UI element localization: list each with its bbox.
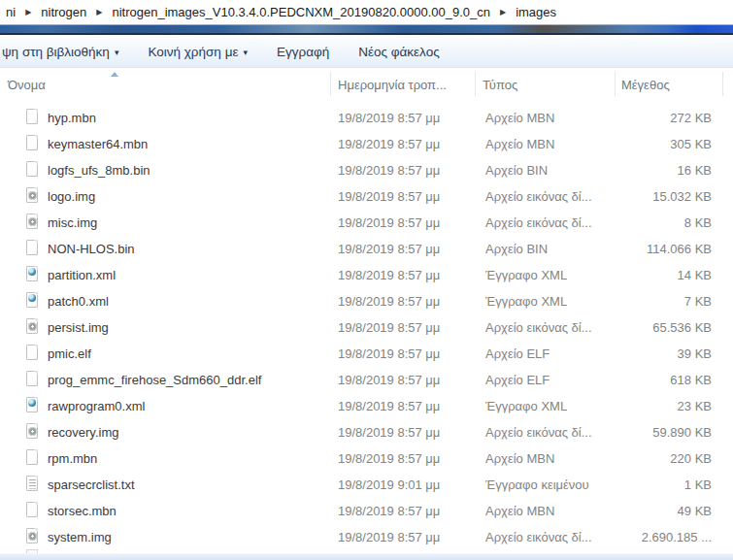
file-name: sparsecrclist.txt (48, 477, 135, 491)
file-name: system.img (48, 529, 112, 544)
generic-file-icon (24, 449, 40, 465)
file-date-modified: 19/8/2019 8:57 μμ (338, 162, 440, 177)
column-header-date-modified[interactable]: Ημερομηνία τροπ... (338, 78, 447, 92)
file-size: 7 KB (684, 293, 712, 308)
file-size: 272 KB (670, 110, 712, 124)
column-header-type[interactable]: Τύπος (483, 78, 517, 92)
text-document-icon (24, 476, 40, 491)
breadcrumb-segment[interactable]: images (512, 3, 560, 21)
table-row[interactable]: logfs_ufs_8mb.bin 19/8/2019 8:57 μμ Αρχε… (0, 156, 733, 182)
table-row[interactable]: rawprogram0.xml 19/8/2019 8:57 μμ Έγγραφ… (0, 392, 733, 418)
table-row[interactable]: sparsecrclist.txt 19/8/2019 9:01 μμ Έγγρ… (0, 471, 733, 497)
disc-image-file-icon (24, 187, 40, 203)
file-name: rpm.mbn (48, 450, 97, 465)
file-name: logo.img (48, 188, 95, 203)
file-type: Αρχείο εικόνας δί... (485, 214, 592, 229)
file-name: patch0.xml (48, 293, 109, 308)
toolbar-button-label: Νέος φάκελος (358, 45, 439, 59)
breadcrumb-segment[interactable]: ni (2, 3, 19, 21)
file-name: logfs_ufs_8mb.bin (48, 162, 150, 177)
toolbar: ψη στη βιβλιοθήκη ▾ Κοινή χρήση με ▾ Εγγ… (0, 37, 733, 68)
file-type: Αρχείο ELF (485, 346, 550, 360)
file-size: 59.890 KB (652, 424, 712, 439)
disc-image-file-icon (24, 423, 40, 439)
file-name: partition.xml (48, 267, 116, 281)
file-name: hyp.mbn (48, 110, 96, 124)
file-size: 23 KB (678, 398, 712, 412)
toolbar-button-add-to-library[interactable]: ψη στη βιβλιοθήκη ▾ (0, 41, 120, 63)
file-date-modified: 19/8/2019 8:57 μμ (338, 267, 440, 281)
file-type: Αρχείο εικόνας δί... (485, 319, 592, 334)
file-type: Αρχείο MBN (485, 136, 554, 150)
breadcrumb: ni ▶ nitrogen ▶ nitrogen_images_V10.3.4.… (0, 0, 733, 24)
generic-file-icon (24, 371, 40, 386)
generic-file-icon (24, 502, 40, 517)
file-date-modified: 19/8/2019 8:57 μμ (338, 136, 440, 150)
breadcrumb-segment[interactable]: nitrogen (37, 3, 90, 21)
file-type: Αρχείο εικόνας δί... (485, 424, 592, 439)
column-resize-handle[interactable] (615, 72, 616, 96)
file-name: misc.img (48, 214, 97, 229)
file-size: 220 KB (670, 450, 712, 465)
file-name: pmic.elf (48, 346, 91, 360)
toolbar-button-share-with[interactable]: Κοινή χρήση με ▾ (146, 41, 250, 63)
column-header-size[interactable]: Μέγεθος (621, 78, 670, 92)
file-date-modified: 19/8/2019 8:57 μμ (338, 503, 440, 517)
column-resize-handle[interactable] (330, 72, 331, 96)
column-resize-handle[interactable] (475, 72, 476, 96)
table-row[interactable]: NON-HLOS.bin 19/8/2019 8:57 μμ Αρχείο BI… (0, 235, 733, 261)
toolbar-button-burn[interactable]: Εγγραφή ▾ (275, 41, 331, 63)
file-date-modified: 19/8/2019 8:57 μμ (338, 372, 440, 386)
file-type: Αρχείο BIN (485, 241, 548, 255)
file-type: Αρχείο BIN (485, 162, 548, 177)
table-row[interactable]: persist.img 19/8/2019 8:57 μμ Αρχείο εικ… (0, 313, 733, 340)
explorer-window: ni ▶ nitrogen ▶ nitrogen_images_V10.3.4.… (0, 0, 733, 560)
disc-image-file-icon (24, 528, 40, 544)
file-date-modified: 19/8/2019 8:57 μμ (338, 188, 440, 203)
table-row[interactable]: recovery.img 19/8/2019 8:57 μμ Αρχείο ει… (0, 418, 733, 445)
xml-document-icon (24, 292, 40, 308)
table-row[interactable]: rpm.mbn 19/8/2019 8:57 μμ Αρχείο MBN 220… (0, 445, 733, 471)
file-type: Έγγραφο κειμένου (485, 477, 589, 491)
file-date-modified: 19/8/2019 8:57 μμ (338, 450, 440, 465)
window-glass-strip (0, 24, 733, 35)
chevron-right-icon: ▶ (494, 8, 512, 16)
file-type: Αρχείο MBN (485, 503, 554, 517)
table-row[interactable]: misc.img 19/8/2019 8:57 μμ Αρχείο εικόνα… (0, 209, 733, 235)
file-type: Αρχείο ELF (485, 372, 550, 386)
file-size: 1 KB (684, 477, 712, 491)
table-row[interactable]: patch0.xml 19/8/2019 8:57 μμ Έγγραφο XML… (0, 287, 733, 313)
column-header-name[interactable]: Όνομα (8, 78, 46, 92)
file-size: 49 KB (678, 503, 712, 517)
file-date-modified: 19/8/2019 8:57 μμ (338, 319, 440, 334)
table-row[interactable]: pmic.elf 19/8/2019 8:57 μμ Αρχείο ELF 39… (0, 340, 733, 366)
file-list: hyp.mbn 19/8/2019 8:57 μμ Αρχείο MBN 272… (0, 104, 733, 549)
table-row[interactable]: logo.img 19/8/2019 8:57 μμ Αρχείο εικόνα… (0, 182, 733, 209)
disc-image-file-icon (24, 318, 40, 334)
file-type: Αρχείο εικόνας δί... (485, 188, 592, 203)
file-size: 16 KB (678, 162, 712, 177)
table-row[interactable]: partition.xml 19/8/2019 8:57 μμ Έγγραφο … (0, 261, 733, 287)
table-row[interactable]: prog_emmc_firehose_Sdm660_ddr.elf 19/8/2… (0, 366, 733, 392)
table-row[interactable]: system.img 19/8/2019 8:57 μμ Αρχείο εικό… (0, 523, 733, 549)
sort-ascending-icon (111, 72, 118, 77)
generic-file-icon (24, 161, 40, 177)
file-date-modified: 19/8/2019 8:57 μμ (338, 293, 440, 308)
table-row[interactable]: keymaster64.mbn 19/8/2019 8:57 μμ Αρχείο… (0, 130, 733, 156)
file-date-modified: 19/8/2019 8:57 μμ (338, 346, 440, 360)
file-size: 15.032 KB (652, 188, 712, 203)
toolbar-button-label: Κοινή χρήση με (148, 45, 238, 59)
column-resize-handle[interactable] (722, 72, 723, 96)
file-name: keymaster64.mbn (48, 136, 148, 150)
file-date-modified: 19/8/2019 9:01 μμ (338, 477, 440, 491)
toolbar-button-label: Εγγραφή (277, 45, 329, 59)
file-type: Έγγραφο XML (485, 293, 567, 308)
generic-file-icon (24, 240, 40, 255)
file-name: prog_emmc_firehose_Sdm660_ddr.elf (48, 372, 261, 386)
table-row[interactable]: hyp.mbn 19/8/2019 8:57 μμ Αρχείο MBN 272… (0, 104, 733, 130)
file-size: 65.536 KB (652, 319, 712, 334)
toolbar-button-new-folder[interactable]: Νέος φάκελος ▾ (356, 41, 441, 63)
breadcrumb-segment[interactable]: nitrogen_images_V10.3.4.0.PEDCNXM_201908… (108, 3, 494, 21)
table-row[interactable]: storsec.mbn 19/8/2019 8:57 μμ Αρχείο MBN… (0, 497, 733, 523)
file-date-modified: 19/8/2019 8:57 μμ (338, 241, 440, 255)
